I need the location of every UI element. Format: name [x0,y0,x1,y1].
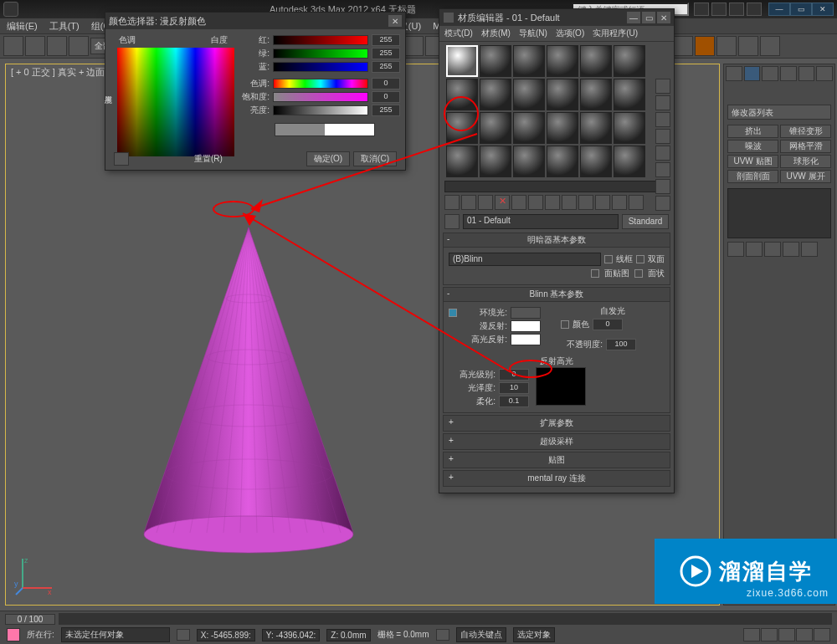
show-end-button[interactable] [595,195,610,210]
g-slider[interactable] [273,49,368,59]
get-material-button[interactable] [444,195,460,210]
close-button[interactable]: ✕ [812,3,834,16]
material-slot[interactable] [547,79,578,110]
mod-btn-slice[interactable]: 剖面剖面 [727,170,778,183]
make-unique-button[interactable] [764,242,781,257]
play-button[interactable] [778,628,795,641]
pick-from-obj-button[interactable] [444,214,460,229]
selfillum-spinner[interactable]: 0 [593,319,623,330]
material-slot[interactable] [547,112,578,144]
put-to-scene-button[interactable] [461,195,476,210]
material-slot[interactable] [446,146,478,177]
autokey-button[interactable]: 自动关键点 [456,627,506,642]
rendered-frame-button[interactable] [738,36,758,56]
v-slider[interactable] [273,105,368,115]
mat-min-button[interactable]: — [627,12,640,23]
angle-snap-button[interactable] [403,36,424,56]
select-by-mat-button[interactable] [655,196,670,211]
material-type-button[interactable]: Standard [622,214,669,229]
material-slot[interactable] [580,79,612,110]
material-slot[interactable] [614,79,645,110]
make-unique-button[interactable] [528,195,543,210]
mod-btn-spherify[interactable]: 球形化 [780,155,831,168]
put-to-lib-button[interactable] [545,195,560,210]
viewport-label[interactable]: [ + 0 正交 ] 真实 + 边面 ] [11,66,110,79]
undo-button[interactable] [3,36,23,56]
tab-display[interactable] [798,66,815,81]
shader-dropdown[interactable]: (B)Blinn [449,253,601,266]
r-spinner[interactable]: 255 [372,34,400,46]
maximize-button[interactable]: ▭ [790,3,812,16]
material-slot[interactable] [480,112,511,144]
lock-ambient-diffuse[interactable] [449,309,457,317]
tab-hierarchy[interactable] [762,66,778,81]
link-button[interactable] [47,36,67,56]
facemap-checkbox[interactable] [591,269,599,278]
b-spinner[interactable]: 255 [372,61,400,73]
make-copy-button[interactable] [511,195,526,210]
b-slider[interactable] [273,62,368,72]
time-track[interactable] [59,613,832,625]
pin-stack-button[interactable] [727,242,744,257]
redo-button[interactable] [25,36,45,56]
gloss-spinner[interactable]: 10 [499,382,529,394]
material-editor-button[interactable] [695,36,715,56]
shader-params-header[interactable]: 明暗器基本参数 [527,235,586,244]
prev-frame-button[interactable] [761,628,778,641]
key-mode-icon[interactable] [436,629,449,641]
goto-end-button[interactable] [814,628,830,641]
specular-swatch[interactable] [511,334,541,345]
lock-selection-icon[interactable] [177,629,190,641]
rollout-extended[interactable]: +扩展参数 [443,415,670,432]
cone-object[interactable] [140,223,357,558]
s-slider[interactable] [273,92,368,102]
tab-motion[interactable] [780,66,797,81]
show-in-vp-button[interactable] [578,195,593,210]
ok-button[interactable]: 确定(O) [306,151,350,166]
faceted-checkbox[interactable] [634,269,643,278]
material-slot[interactable] [513,45,545,77]
material-slot[interactable] [614,112,645,144]
material-slot[interactable] [480,45,511,77]
favorites-icon[interactable] [729,3,744,16]
sample-scrollbar[interactable] [444,181,669,192]
selfillum-color-checkbox[interactable] [561,320,569,329]
reset-button[interactable]: 重置(R) [194,153,223,165]
mat-menu-nav[interactable]: 导航(N) [519,28,547,39]
unlink-button[interactable] [69,36,89,56]
g-spinner[interactable]: 255 [372,48,400,59]
menu-edit[interactable]: 编辑(E) [7,20,38,33]
remove-modifier-button[interactable] [783,242,799,257]
h-spinner[interactable]: 0 [372,78,400,89]
material-slot-1[interactable] [446,45,478,77]
show-end-result-button[interactable] [746,242,763,257]
mat-menu-utilities[interactable]: 实用程序(U) [593,28,638,39]
coord-y[interactable]: Y: -4396.042: [262,629,321,641]
mat-id-button[interactable] [562,195,577,210]
trackbar-toggle[interactable] [7,628,20,641]
go-forward-button[interactable] [629,195,644,210]
rollout-supersample[interactable]: +超级采样 [443,433,670,450]
backlight-button[interactable] [655,95,670,110]
blinn-params-header[interactable]: Blinn 基本参数 [529,289,583,299]
modifier-list-dropdown[interactable]: 修改器列表 [727,105,831,120]
reset-map-button[interactable]: ✕ [495,195,510,210]
subscription-icon[interactable] [711,3,727,16]
mat-menu-material[interactable]: 材质(M) [481,28,511,39]
minimize-button[interactable]: — [768,3,790,16]
material-slot[interactable] [547,45,578,77]
soften-spinner[interactable]: 0.1 [499,396,529,407]
material-slot[interactable] [614,45,645,77]
assign-to-sel-button[interactable] [478,195,493,210]
modifier-stack[interactable] [727,188,831,238]
material-name-field[interactable]: 01 - Default [463,214,619,229]
s-spinner[interactable]: 0 [372,91,400,103]
next-frame-button[interactable] [796,628,813,641]
r-slider[interactable] [273,35,368,45]
make-preview-button[interactable] [655,162,670,177]
mat-menu-options[interactable]: 选项(O) [556,28,584,39]
hue-whiteness-picker[interactable] [117,48,234,156]
mod-btn-meshsmooth[interactable]: 网格平滑 [780,140,831,153]
background-button[interactable] [655,112,670,127]
mod-btn-noise[interactable]: 噪波 [727,140,778,153]
